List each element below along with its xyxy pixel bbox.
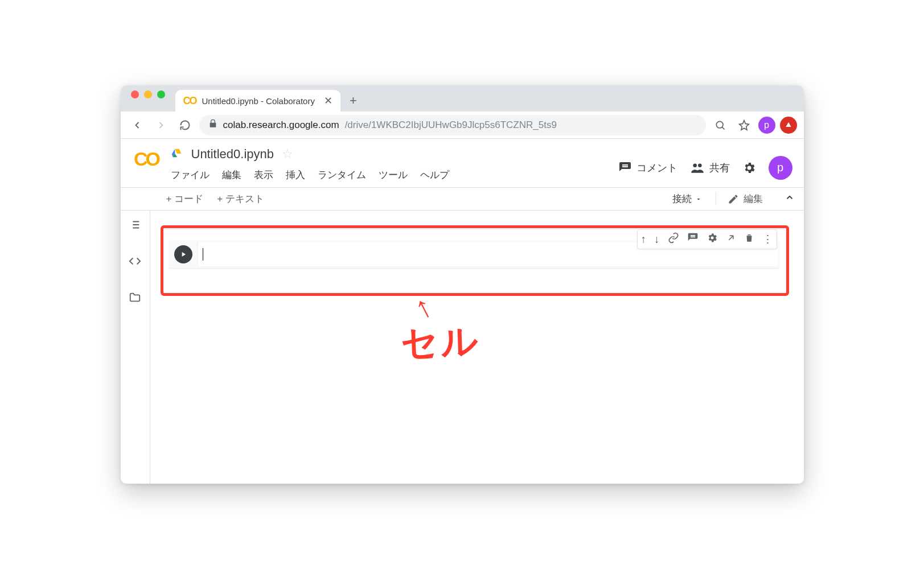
svg-point-1 bbox=[693, 163, 697, 167]
menu-edit[interactable]: 編集 bbox=[222, 168, 241, 182]
reload-button[interactable] bbox=[175, 116, 195, 135]
settings-button[interactable] bbox=[742, 161, 756, 175]
address-bar: colab.research.google.com/drive/1WKBC2Ib… bbox=[121, 112, 804, 139]
url-path: /drive/1WKBC2IbjUUHwGb9Jlcp5s6TCZNR_5ts9 bbox=[345, 119, 557, 131]
menu-file[interactable]: ファイル bbox=[171, 168, 210, 182]
colab-header: CO Untitled0.ipynb ☆ ファイル 編集 表示 挿入 ランタイム… bbox=[121, 139, 804, 188]
menu-view[interactable]: 表示 bbox=[254, 168, 273, 182]
cell-toolbar: ↑ ↓ bbox=[637, 229, 777, 249]
lock-icon bbox=[208, 119, 217, 131]
url-host: colab.research.google.com bbox=[223, 119, 339, 131]
svg-point-2 bbox=[698, 163, 702, 167]
drive-icon bbox=[171, 147, 183, 162]
menu-help[interactable]: ヘルプ bbox=[420, 168, 449, 182]
browser-tab-bar: CO Untitled0.ipynb - Colaboratory ✕ + bbox=[121, 85, 804, 112]
share-button[interactable]: 共有 bbox=[690, 160, 730, 175]
window-controls bbox=[128, 85, 171, 112]
add-text-button[interactable]: + テキスト bbox=[217, 192, 264, 205]
move-cell-up-icon[interactable]: ↑ bbox=[641, 233, 647, 246]
notebook-toolbar: + コード + テキスト 接続 編集 bbox=[121, 188, 804, 211]
play-icon bbox=[174, 245, 192, 263]
notebook-body: ↑ ↓ bbox=[121, 211, 804, 484]
forward-button[interactable] bbox=[151, 116, 171, 135]
cell-more-icon[interactable]: ⋮ bbox=[762, 233, 773, 246]
svg-point-0 bbox=[716, 121, 723, 128]
code-snippets-icon[interactable] bbox=[129, 255, 141, 271]
colab-favicon-icon: CO bbox=[183, 95, 196, 107]
table-of-contents-icon[interactable] bbox=[129, 218, 141, 234]
notebook-main: ↑ ↓ bbox=[150, 211, 804, 484]
tab-title: Untitled0.ipynb - Colaboratory bbox=[202, 96, 318, 106]
text-cursor bbox=[203, 248, 204, 261]
menu-tools[interactable]: ツール bbox=[379, 168, 408, 182]
extension-icon[interactable] bbox=[780, 117, 797, 134]
connect-button[interactable]: 接続 bbox=[672, 192, 702, 205]
cell-comment-icon[interactable] bbox=[687, 232, 699, 246]
collapse-toolbar-button[interactable] bbox=[777, 192, 795, 205]
run-cell-button[interactable] bbox=[169, 241, 198, 268]
annotation-label: セル bbox=[400, 323, 481, 362]
colab-logo-icon[interactable]: CO bbox=[132, 145, 161, 173]
url-input[interactable]: colab.research.google.com/drive/1WKBC2Ib… bbox=[199, 115, 706, 135]
move-cell-down-icon[interactable]: ↓ bbox=[654, 233, 660, 246]
cell-delete-icon[interactable] bbox=[744, 233, 754, 246]
maximize-window-button[interactable] bbox=[157, 90, 165, 98]
new-tab-button[interactable]: + bbox=[345, 92, 362, 109]
close-window-button[interactable] bbox=[131, 90, 139, 98]
minimize-window-button[interactable] bbox=[144, 90, 152, 98]
cell-open-tab-icon[interactable] bbox=[726, 233, 736, 246]
add-code-button[interactable]: + コード bbox=[166, 192, 204, 205]
cell-settings-icon[interactable] bbox=[707, 232, 718, 246]
account-avatar[interactable]: p bbox=[769, 156, 792, 180]
menu-bar: ファイル 編集 表示 挿入 ランタイム ツール ヘルプ bbox=[171, 164, 618, 187]
bookmark-button[interactable] bbox=[734, 116, 754, 135]
document-title[interactable]: Untitled0.ipynb bbox=[191, 147, 274, 162]
menu-insert[interactable]: 挿入 bbox=[286, 168, 305, 182]
code-cell[interactable]: ↑ ↓ bbox=[169, 241, 779, 268]
editing-mode-button[interactable]: 編集 bbox=[716, 192, 763, 205]
browser-window: CO Untitled0.ipynb - Colaboratory ✕ + co… bbox=[121, 85, 804, 484]
browser-tab[interactable]: CO Untitled0.ipynb - Colaboratory ✕ bbox=[175, 90, 340, 112]
close-tab-button[interactable]: ✕ bbox=[324, 94, 332, 107]
annotation-highlight-box: ↑ ↓ bbox=[161, 225, 789, 296]
files-icon[interactable] bbox=[129, 291, 141, 307]
handwritten-annotation: ↑ セル bbox=[400, 323, 481, 362]
menu-runtime[interactable]: ランタイム bbox=[318, 168, 366, 182]
cell-link-icon[interactable] bbox=[668, 232, 679, 246]
back-button[interactable] bbox=[128, 116, 147, 135]
profile-avatar[interactable]: p bbox=[758, 117, 775, 134]
star-icon[interactable]: ☆ bbox=[282, 147, 293, 162]
left-sidebar bbox=[121, 211, 150, 484]
zoom-icon[interactable] bbox=[711, 116, 730, 135]
comment-button[interactable]: コメント bbox=[618, 161, 677, 175]
